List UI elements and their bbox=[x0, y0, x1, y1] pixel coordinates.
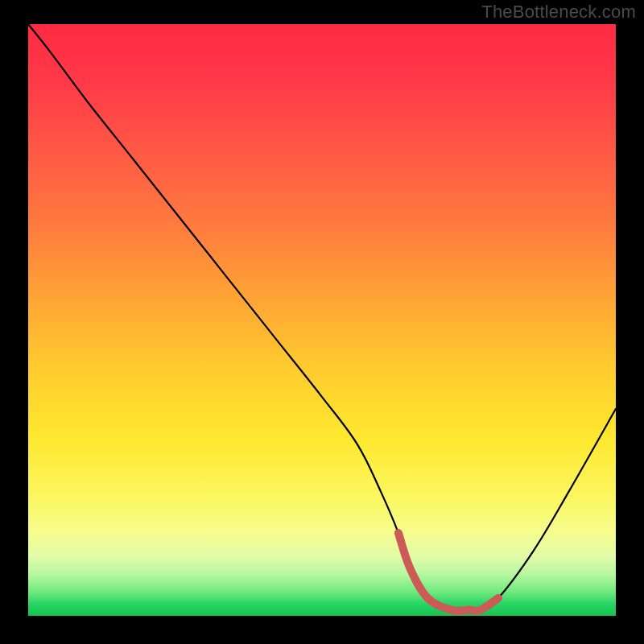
bottleneck-curve-path bbox=[28, 24, 616, 611]
chart-container: TheBottleneck.com bbox=[0, 0, 644, 644]
plot-area bbox=[28, 24, 616, 616]
curve-layer bbox=[28, 24, 616, 616]
watermark-text: TheBottleneck.com bbox=[481, 2, 636, 23]
curve-highlight-segment bbox=[398, 533, 498, 611]
